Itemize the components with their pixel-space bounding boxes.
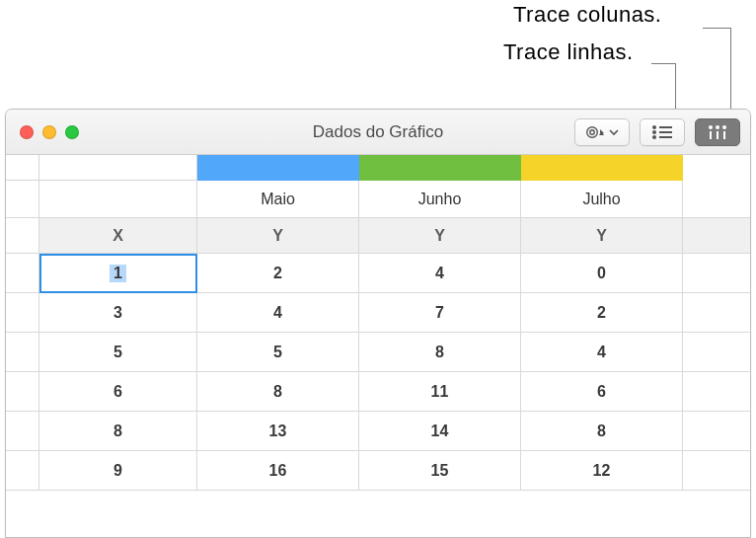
gutter: [6, 218, 39, 254]
row-gutter: [6, 372, 39, 412]
callout-plot-columns: Trace colunas.: [513, 2, 661, 28]
axis-empty: [683, 218, 750, 254]
gear-icon: [585, 124, 605, 140]
cell-0-0[interactable]: 2: [197, 254, 359, 293]
axis-x: X: [39, 218, 197, 254]
column-header-0[interactable]: Maio: [197, 181, 359, 218]
column-header-2[interactable]: Julho: [521, 181, 683, 218]
cell-2-2[interactable]: 4: [521, 333, 683, 372]
row-gutter: [6, 254, 39, 293]
cell-empty[interactable]: [683, 451, 750, 491]
svg-rect-5: [659, 126, 672, 128]
cell-5-1[interactable]: 15: [359, 451, 521, 491]
plot-rows-button[interactable]: [640, 118, 685, 146]
cell-2-1[interactable]: 8: [359, 333, 521, 372]
cell-5-0[interactable]: 16: [197, 451, 359, 491]
row-gutter: [6, 451, 39, 491]
svg-point-9: [716, 125, 719, 129]
cell-3-2[interactable]: 6: [521, 372, 683, 412]
column-color-empty: [683, 155, 750, 181]
column-color-2[interactable]: [521, 155, 683, 181]
svg-point-10: [722, 125, 726, 129]
cell-x-4[interactable]: 8: [39, 412, 197, 451]
cell-2-0[interactable]: 5: [197, 333, 359, 372]
cell-x-5[interactable]: 9: [39, 451, 197, 491]
column-header-1[interactable]: Junho: [359, 181, 521, 218]
cell-empty[interactable]: [683, 293, 750, 333]
cell-empty[interactable]: [683, 333, 750, 372]
cell-empty[interactable]: [683, 372, 750, 412]
svg-rect-7: [659, 136, 672, 138]
grid-corner: [6, 155, 39, 181]
cell-x-0[interactable]: 1: [39, 254, 197, 293]
cell-1-0[interactable]: 4: [197, 293, 359, 333]
row-gutter: [6, 333, 39, 372]
chart-data-editor-window: Dados do Gráfico: [5, 109, 751, 538]
cell-x-2[interactable]: 5: [39, 333, 197, 372]
titlebar: Dados do Gráfico: [6, 110, 750, 155]
zoom-window-button[interactable]: [65, 125, 79, 139]
rows-icon: [650, 124, 674, 140]
cell-3-0[interactable]: 8: [197, 372, 359, 412]
svg-rect-12: [717, 131, 718, 139]
column-color-0[interactable]: [197, 155, 359, 181]
axis-y-2: Y: [521, 218, 683, 254]
cell-4-0[interactable]: 13: [197, 412, 359, 451]
close-window-button[interactable]: [20, 125, 34, 139]
settings-menu[interactable]: [574, 118, 630, 146]
grid-corner: [39, 155, 197, 181]
columns-icon: [706, 123, 729, 141]
row-gutter: [6, 412, 39, 451]
axis-y-0: Y: [197, 218, 359, 254]
cell-x-1[interactable]: 3: [39, 293, 197, 333]
cell-1-1[interactable]: 7: [359, 293, 521, 333]
svg-point-3: [652, 130, 656, 134]
cell-4-1[interactable]: 14: [359, 412, 521, 451]
cell-0-2[interactable]: 0: [521, 254, 683, 293]
axis-y-1: Y: [359, 218, 521, 254]
cell-3-1[interactable]: 11: [359, 372, 521, 412]
svg-rect-11: [710, 131, 712, 139]
cell-x-3[interactable]: 6: [39, 372, 197, 412]
svg-rect-13: [723, 131, 725, 139]
callout-plot-rows: Trace linhas.: [503, 39, 634, 65]
gutter: [6, 181, 39, 218]
cell-1-2[interactable]: 2: [521, 293, 683, 333]
svg-point-8: [709, 125, 713, 129]
svg-rect-6: [659, 131, 672, 133]
plot-columns-button[interactable]: [695, 118, 740, 146]
minimize-window-button[interactable]: [42, 125, 56, 139]
chevron-down-icon: [609, 128, 619, 136]
cell-empty[interactable]: [683, 254, 750, 293]
svg-point-2: [652, 125, 656, 129]
row-gutter: [6, 293, 39, 333]
column-color-1[interactable]: [359, 155, 521, 181]
cell-empty[interactable]: [683, 412, 750, 451]
cell-4-2[interactable]: 8: [521, 412, 683, 451]
svg-point-1: [587, 126, 598, 137]
svg-point-0: [590, 129, 594, 133]
cell-5-2[interactable]: 12: [521, 451, 683, 491]
header-empty: [683, 181, 750, 218]
header-empty: [39, 181, 197, 218]
svg-point-4: [652, 135, 656, 139]
cell-0-1[interactable]: 4: [359, 254, 521, 293]
